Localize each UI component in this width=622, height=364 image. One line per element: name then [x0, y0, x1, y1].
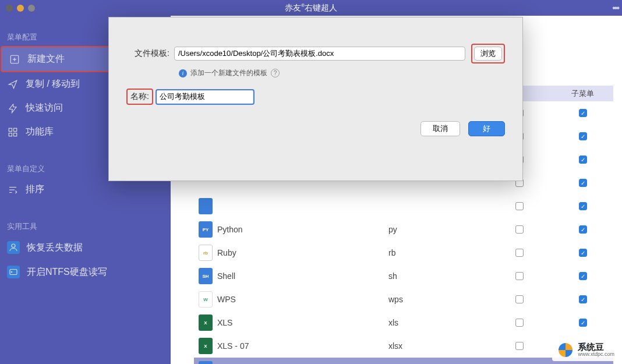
table-row[interactable]: X XLS xls — [194, 311, 613, 334]
section-label-tools: 实用工具 — [0, 215, 171, 235]
help-icon[interactable]: ? — [271, 69, 280, 77]
sort-icon — [7, 184, 19, 196]
checkbox[interactable] — [579, 156, 587, 164]
file-icon: XML — [199, 361, 213, 364]
checkbox[interactable] — [515, 319, 524, 327]
checkbox[interactable] — [579, 179, 587, 187]
file-template-input[interactable] — [174, 47, 465, 61]
cell-ext: xlsx — [388, 341, 486, 351]
svg-rect-3 — [9, 128, 12, 131]
checkbox[interactable] — [579, 132, 587, 140]
grid-icon — [7, 126, 19, 138]
cell-ext: xls — [388, 318, 486, 327]
checkbox[interactable] — [515, 225, 524, 234]
checkbox[interactable] — [579, 225, 587, 234]
sidebar-label: 开启NTFS硬盘读写 — [27, 266, 107, 278]
checkbox[interactable] — [579, 295, 587, 303]
browse-button[interactable]: 浏览 — [474, 47, 502, 61]
checkbox[interactable] — [579, 272, 587, 280]
table-row[interactable]: SH Shell sh — [194, 264, 613, 288]
checkbox[interactable] — [515, 342, 524, 350]
watermark-logo-icon — [557, 341, 574, 359]
cell-name: Shell — [217, 271, 388, 281]
checkbox[interactable] — [579, 202, 587, 210]
send-icon — [7, 79, 19, 90]
titlebar: 赤友®右键超人 ••• — [0, 0, 622, 16]
table-row[interactable]: XML XML xml — [194, 358, 613, 364]
cell-name: Python — [217, 225, 388, 234]
sidebar-label: 新建文件 — [27, 53, 65, 65]
table-row[interactable]: W WPS wps — [194, 288, 613, 311]
file-icon: PY — [199, 221, 213, 238]
svg-point-10 — [12, 244, 15, 248]
hint-row: i 添加一个新建文件的模板 ? — [179, 68, 505, 78]
checkbox[interactable] — [515, 202, 524, 210]
checkbox[interactable] — [515, 295, 524, 303]
hint-text: 添加一个新建文件的模板 — [190, 68, 267, 78]
table-row[interactable]: PY Python py — [194, 218, 613, 241]
svg-point-12 — [11, 271, 12, 273]
cell-name: Ruby — [217, 248, 388, 257]
cell-ext: wps — [388, 295, 486, 304]
label-name: 名称: — [130, 91, 149, 101]
th-submenu[interactable]: 子菜单 — [552, 89, 613, 99]
table-row[interactable] — [194, 195, 613, 218]
sidebar-label: 排序 — [26, 183, 44, 196]
app-title: 赤友®右键超人 — [0, 3, 622, 13]
cell-name: WPS — [217, 295, 388, 304]
cell-name: XLS — [217, 318, 388, 327]
lightning-icon — [7, 103, 19, 114]
cancel-button[interactable]: 取消 — [420, 121, 460, 136]
checkbox[interactable] — [515, 272, 524, 280]
sidebar-label: 恢复丢失数据 — [27, 242, 83, 254]
ntfs-icon — [7, 266, 20, 278]
watermark-url: www.xtdpc.com — [578, 352, 614, 358]
checkbox[interactable] — [579, 319, 587, 327]
sidebar-item-ntfs[interactable]: 开启NTFS硬盘读写 — [0, 260, 171, 284]
table-row[interactable]: rb Ruby rb — [194, 241, 613, 264]
file-icon — [199, 198, 213, 214]
file-icon: rb — [199, 245, 213, 261]
cell-ext: rb — [388, 248, 486, 257]
svg-rect-6 — [14, 133, 17, 136]
sidebar-label: 功能库 — [26, 126, 54, 138]
info-icon: i — [179, 69, 187, 77]
app-window: 赤友®右键超人 ••• 菜单配置 新建文件 复制 / 移动到 — [0, 0, 622, 364]
sidebar-label: 快速访问 — [26, 102, 63, 114]
cell-ext: py — [388, 225, 486, 234]
cell-name: XLS - 07 — [217, 341, 388, 351]
file-icon: SH — [199, 268, 213, 284]
svg-rect-4 — [14, 128, 17, 131]
file-icon: X — [199, 338, 213, 354]
sidebar-item-sort[interactable]: 排序 — [0, 178, 171, 202]
name-input-focus-ring — [156, 89, 255, 105]
titlebar-more-icon[interactable]: ••• — [612, 3, 619, 13]
file-icon: W — [199, 291, 213, 308]
name-input[interactable] — [157, 91, 253, 103]
sidebar-item-recover[interactable]: 恢复丢失数据 — [0, 235, 171, 260]
plus-square-icon — [9, 54, 20, 65]
checkbox[interactable] — [515, 249, 524, 257]
svg-rect-5 — [9, 133, 12, 136]
label-file-template: 文件模板: — [126, 48, 174, 59]
checkbox[interactable] — [579, 109, 587, 117]
watermark-name: 系统豆 — [578, 342, 614, 352]
new-file-template-dialog: 文件模板: 浏览 i 添加一个新建文件的模板 ? 名称: 取消 — [108, 17, 523, 181]
sidebar-label: 复制 / 移动到 — [26, 78, 80, 90]
ok-button[interactable]: 好 — [468, 121, 505, 136]
table-row[interactable]: X XLS - 07 xlsx — [194, 334, 613, 358]
file-icon: X — [199, 314, 213, 331]
checkbox[interactable] — [579, 249, 587, 257]
cell-ext: sh — [388, 271, 486, 281]
watermark: 系统豆 www.xtdpc.com — [552, 339, 619, 361]
recover-icon — [7, 241, 20, 254]
